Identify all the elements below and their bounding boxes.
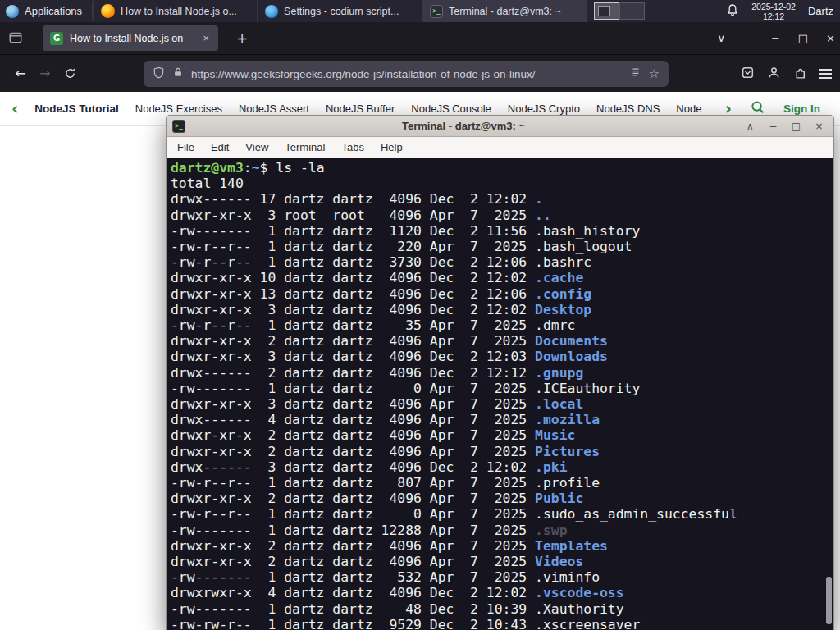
terminal-line: -rw-r--r-- 1 dartz dartz 0 Apr 7 2025 .s…: [171, 506, 833, 522]
bookmark-star-icon[interactable]: ☆: [649, 66, 660, 81]
taskbar-button-label: How to Install Node.js o...: [121, 6, 237, 17]
gfg-nav-item[interactable]: Node: [676, 103, 701, 115]
terminal-body[interactable]: dartz@vm3:~$ ls -latotal 140drwx------ 1…: [167, 158, 833, 630]
gfg-nav-item[interactable]: NodeJS DNS: [596, 103, 660, 115]
workspace-switcher[interactable]: [594, 2, 645, 20]
user-menu[interactable]: Dartz: [808, 5, 833, 17]
terminal-line: -rw------- 1 dartz dartz 12288 Apr 7 202…: [171, 523, 833, 538]
clock[interactable]: 2025-12-02 12:12: [751, 2, 796, 21]
close-button[interactable]: ×: [826, 32, 835, 44]
extensions-icon[interactable]: [793, 66, 807, 83]
new-tab-button[interactable]: +: [231, 28, 253, 49]
maximize-button[interactable]: □: [798, 32, 808, 44]
terminal-output: drwx------ 17 dartz dartz 4096 Dec 2 12:…: [171, 191, 833, 630]
terminal-line: drwxr-xr-x 2 dartz dartz 4096 Apr 7 2025…: [171, 444, 833, 459]
file-name: .Xauthority: [535, 601, 624, 617]
file-name: .profile: [535, 475, 600, 491]
gfg-nav-item[interactable]: NodeJS Buffer: [326, 103, 395, 115]
file-name: Public: [535, 491, 583, 506]
line-meta: drwxr-xr-x 2 dartz dartz 4096 Apr 7 2025: [171, 333, 535, 349]
terminal-line: -rw-r--r-- 1 dartz dartz 35 Apr 7 2025 .…: [171, 317, 833, 333]
geeksforgeeks-favicon: [50, 32, 63, 45]
firefox-icon: [101, 4, 115, 18]
terminal-line: -rw------- 1 dartz dartz 1120 Dec 2 11:5…: [171, 223, 833, 239]
terminal-line: -rw-r--r-- 1 dartz dartz 3730 Dec 2 12:0…: [171, 254, 833, 270]
file-name: .pki: [535, 459, 567, 475]
line-meta: -rw------- 1 dartz dartz 48 Dec 2 10:39: [171, 601, 535, 617]
file-name: .bashrc: [535, 254, 591, 270]
sign-in-button[interactable]: Sign In: [783, 103, 829, 115]
line-meta: drwxr-xr-x 2 dartz dartz 4096 Apr 7 2025: [171, 491, 535, 506]
terminal-scrollbar[interactable]: [826, 577, 832, 624]
minimize-button[interactable]: −: [771, 32, 780, 44]
terminal-menu-file[interactable]: File: [169, 141, 203, 153]
clock-time: 12:12: [751, 11, 796, 21]
terminal-maximize-button[interactable]: □: [788, 121, 805, 132]
file-name: .dmrc: [535, 317, 575, 333]
url-bar[interactable]: https://www.geeksforgeeks.org/node-js/in…: [144, 61, 669, 87]
line-meta: -rw-rw-r-- 1 dartz dartz 9529 Dec 2 10:4…: [171, 617, 535, 630]
terminal-prompt-line: dartz@vm3:~$ ls -la: [171, 160, 833, 176]
reload-icon[interactable]: [57, 62, 82, 86]
top-panel: Applications How to Install Node.js o...…: [0, 0, 840, 22]
shield-icon[interactable]: [153, 66, 165, 82]
tab-close-icon[interactable]: ×: [201, 32, 211, 44]
back-button[interactable]: ←: [8, 62, 33, 86]
line-meta: -rw------- 1 dartz dartz 1120 Dec 2 11:5…: [171, 223, 535, 239]
command-text: ls -la: [276, 160, 324, 176]
taskbar-button[interactable]: How to Install Node.js o...: [93, 0, 258, 22]
gfg-nav-item[interactable]: NodeJS Assert: [239, 103, 309, 115]
terminal-line: drwx------ 17 dartz dartz 4096 Dec 2 12:…: [171, 191, 833, 207]
line-meta: drwxr-xr-x 3 dartz dartz 4096 Apr 7 2025: [171, 396, 535, 412]
lock-icon[interactable]: [172, 66, 184, 81]
taskbar-button[interactable]: Terminal - dartz@vm3: ~: [422, 0, 587, 22]
terminal-line: -rw-r--r-- 1 dartz dartz 220 Apr 7 2025 …: [171, 239, 833, 254]
file-name: Downloads: [535, 349, 608, 364]
gfg-nav-item[interactable]: NodeJS Crypto: [508, 103, 580, 115]
browser-tab[interactable]: How to Install Node.js on ×: [43, 25, 218, 51]
file-name: .vscode-oss: [535, 585, 624, 600]
terminal-minimize-button[interactable]: −: [765, 121, 782, 132]
file-name: .bash_history: [535, 223, 640, 239]
url-text[interactable]: https://www.geeksforgeeks.org/node-js/in…: [191, 68, 623, 80]
file-name: Documents: [535, 333, 608, 349]
gfg-nav-items: NodeJS TutorialNodeJS ExercisesNodeJS As…: [34, 103, 701, 115]
file-name: .viminfo: [535, 569, 600, 585]
terminal-menu-tabs[interactable]: Tabs: [333, 141, 372, 153]
taskbar-button[interactable]: Settings - codium script...: [258, 0, 422, 22]
clock-date: 2025-12-02: [751, 2, 796, 11]
pocket-icon[interactable]: [741, 66, 755, 83]
line-meta: drwxr-xr-x 3 dartz dartz 4096 Dec 2 12:0…: [171, 302, 535, 317]
list-all-tabs-icon[interactable]: ∨: [717, 32, 725, 44]
file-name: .ICEauthority: [535, 381, 640, 396]
line-meta: -rw------- 1 dartz dartz 0 Apr 7 2025: [171, 381, 535, 396]
terminal-titlebar[interactable]: Terminal - dartz@vm3: ~ ∧ − □ ×: [167, 116, 833, 137]
gfg-nav-item[interactable]: NodeJS Tutorial: [34, 103, 119, 115]
chevron-left-icon[interactable]: ‹: [11, 100, 18, 116]
workspace-1[interactable]: [594, 2, 619, 20]
line-meta: drwx------ 3 dartz dartz 4096 Dec 2 12:0…: [171, 459, 535, 475]
menu-icon[interactable]: [819, 69, 832, 79]
terminal-line: -rw------- 1 dartz dartz 48 Dec 2 10:39 …: [171, 601, 833, 617]
file-name: Templates: [535, 538, 608, 554]
line-meta: drwx------ 4 dartz dartz 4096 Apr 7 2025: [171, 412, 535, 427]
file-name: .: [535, 191, 543, 207]
workspace-2[interactable]: [619, 2, 645, 20]
terminal-menu-help[interactable]: Help: [372, 141, 411, 153]
terminal-close-button[interactable]: ×: [810, 121, 828, 132]
terminal-menu-view[interactable]: View: [237, 141, 276, 153]
notification-bell-icon[interactable]: [726, 3, 739, 19]
chevron-right-icon[interactable]: ›: [725, 100, 732, 116]
forward-button: →: [33, 62, 57, 86]
line-meta: -rw-r--r-- 1 dartz dartz 807 Apr 7 2025: [171, 475, 535, 491]
terminal-shade-button[interactable]: ∧: [742, 121, 759, 132]
account-icon[interactable]: [767, 66, 781, 83]
firefox-view-icon[interactable]: [8, 30, 23, 48]
terminal-menu-terminal[interactable]: Terminal: [276, 141, 333, 153]
reader-mode-icon[interactable]: [630, 66, 641, 81]
terminal-menu-edit[interactable]: Edit: [203, 141, 237, 153]
line-meta: -rw-r--r-- 1 dartz dartz 35 Apr 7 2025: [171, 317, 535, 333]
gfg-nav-item[interactable]: NodeJS Exercises: [135, 103, 222, 115]
gfg-nav-item[interactable]: NodeJS Console: [411, 103, 491, 115]
applications-menu[interactable]: Applications: [0, 0, 92, 22]
